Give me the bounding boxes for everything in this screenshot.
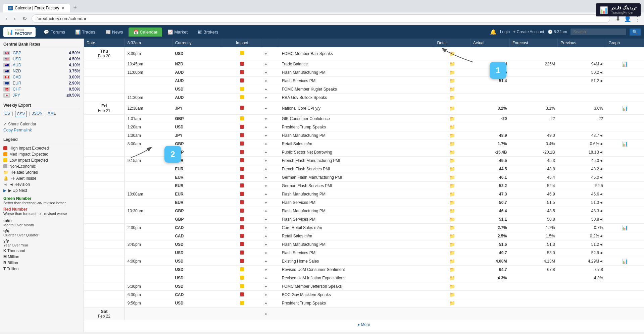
alert-chevron[interactable]: » bbox=[262, 232, 279, 240]
event-cell[interactable]: President Trump Speaks bbox=[279, 299, 434, 308]
folder-icon[interactable]: 📁 bbox=[449, 87, 455, 92]
alert-chevron[interactable]: » bbox=[262, 199, 279, 207]
alert-chevron[interactable]: » bbox=[262, 85, 279, 94]
event-cell[interactable]: BOC Gov Macklem Speaks bbox=[279, 291, 434, 299]
currency-link-jpy[interactable]: JPY bbox=[13, 93, 20, 98]
folder-icon[interactable]: 📁 bbox=[449, 300, 455, 306]
event-cell[interactable]: Flash Manufacturing PMI bbox=[279, 207, 434, 215]
event-cell[interactable]: Retail Sales m/m bbox=[279, 140, 434, 148]
currency-link-aud[interactable]: AUD bbox=[13, 63, 21, 67]
folder-icon[interactable]: 📁 bbox=[449, 51, 455, 56]
graph-icon[interactable]: 📊 bbox=[622, 106, 628, 111]
folder-icon[interactable]: 📁 bbox=[449, 191, 455, 197]
event-cell[interactable]: German Flash Services PMI bbox=[279, 182, 434, 190]
event-cell[interactable]: German Flash Manufacturing PMI bbox=[279, 173, 434, 182]
currency-link-eur[interactable]: EUR bbox=[13, 81, 21, 86]
event-cell[interactable]: Revised UoM Inflation Expectations bbox=[279, 274, 434, 282]
event-cell[interactable]: Flash Manufacturing PMI bbox=[279, 240, 434, 249]
event-cell[interactable]: Flash Services PMI bbox=[279, 199, 434, 207]
nav-trades[interactable]: 📊 Trades bbox=[70, 27, 100, 37]
search-button[interactable]: 🔍 bbox=[630, 29, 641, 36]
folder-icon[interactable]: 📁 bbox=[449, 275, 455, 281]
alert-chevron[interactable]: » bbox=[262, 274, 279, 282]
folder-icon[interactable]: 📁 bbox=[449, 242, 455, 247]
folder-icon[interactable]: 📁 bbox=[449, 225, 455, 230]
graph-icon[interactable]: 📊 bbox=[622, 61, 628, 67]
alert-chevron[interactable]: » bbox=[262, 299, 279, 308]
more-link[interactable]: ♦ More bbox=[84, 320, 644, 329]
new-tab-button[interactable]: + bbox=[71, 3, 80, 12]
alert-chevron[interactable]: » bbox=[262, 173, 279, 182]
copy-permalink[interactable]: Copy Permalink bbox=[3, 128, 32, 132]
export-json[interactable]: JSON bbox=[32, 111, 43, 117]
currency-link-cad[interactable]: CAD bbox=[13, 75, 21, 79]
event-cell[interactable]: Trade Balance bbox=[279, 60, 434, 68]
active-tab[interactable]: FF Calendar | Forex Factory ✕ bbox=[3, 4, 70, 12]
folder-icon[interactable]: 📁 bbox=[449, 70, 455, 75]
alert-chevron[interactable]: » bbox=[262, 215, 279, 224]
folder-icon[interactable]: 📁 bbox=[449, 124, 455, 130]
alert-chevron[interactable]: » bbox=[262, 240, 279, 249]
event-cell[interactable]: Flash Services PMI bbox=[279, 249, 434, 257]
event-cell[interactable]: FOMC Member Jefferson Speaks bbox=[279, 282, 434, 291]
alert-chevron[interactable]: » bbox=[262, 207, 279, 215]
notification-bell-icon[interactable]: 🔔 bbox=[490, 29, 497, 35]
alert-chevron[interactable]: » bbox=[262, 157, 279, 165]
currency-link-gbp[interactable]: GBP bbox=[13, 51, 21, 55]
alert-chevron[interactable]: » bbox=[262, 47, 279, 60]
folder-icon[interactable]: 📁 bbox=[449, 292, 455, 297]
nav-market[interactable]: 📈 Market bbox=[163, 27, 192, 37]
alert-chevron[interactable]: » bbox=[262, 60, 279, 68]
event-cell[interactable]: Flash Manufacturing PMI bbox=[279, 68, 434, 77]
alert-chevron[interactable]: » bbox=[262, 140, 279, 148]
alert-chevron[interactable]: » bbox=[262, 224, 279, 232]
folder-icon[interactable]: 📁 bbox=[449, 284, 455, 289]
alert-chevron[interactable]: » bbox=[262, 308, 279, 320]
graph-icon[interactable]: 📊 bbox=[622, 225, 628, 230]
event-cell[interactable]: Revised UoM Consumer Sentiment bbox=[279, 266, 434, 274]
folder-icon[interactable]: 📁 bbox=[449, 95, 455, 100]
currency-link-chf[interactable]: CHF bbox=[13, 87, 21, 92]
event-cell[interactable]: GfK Consumer Confidence bbox=[279, 115, 434, 123]
folder-icon[interactable]: 📁 bbox=[449, 116, 455, 121]
alert-chevron[interactable]: » bbox=[262, 257, 279, 266]
event-cell[interactable]: Flash Manufacturing PMI bbox=[279, 131, 434, 140]
export-csv[interactable]: CSV bbox=[15, 111, 27, 117]
event-cell[interactable]: French Flash Manufacturing PMI bbox=[279, 157, 434, 165]
event-cell[interactable]: President Trump Speaks bbox=[279, 123, 434, 131]
folder-icon[interactable]: 📁 bbox=[449, 233, 455, 239]
graph-icon[interactable]: 📊 bbox=[622, 141, 628, 147]
event-cell[interactable]: Retail Sales m/m bbox=[279, 232, 434, 240]
folder-icon[interactable]: 📁 bbox=[449, 150, 455, 155]
folder-icon[interactable]: 📁 bbox=[449, 200, 455, 205]
export-ics[interactable]: ICS bbox=[3, 111, 10, 117]
event-cell[interactable]: FOMC Member Kugler Speaks bbox=[279, 85, 434, 94]
nav-brokers[interactable]: 🏛 Brokers bbox=[193, 27, 223, 37]
alert-chevron[interactable]: » bbox=[262, 131, 279, 140]
folder-icon[interactable]: 📁 bbox=[449, 267, 455, 272]
graph-icon[interactable]: 📊 bbox=[622, 259, 628, 264]
event-cell[interactable]: Flash Services PMI bbox=[279, 215, 434, 224]
alert-chevron[interactable]: » bbox=[262, 190, 279, 199]
event-cell[interactable]: Existing Home Sales bbox=[279, 257, 434, 266]
currency-link-nzd[interactable]: NZD bbox=[13, 69, 21, 73]
folder-icon[interactable]: 📁 bbox=[449, 106, 455, 111]
alert-chevron[interactable]: » bbox=[262, 77, 279, 85]
folder-icon[interactable]: 📁 bbox=[449, 259, 455, 264]
event-cell[interactable]: RBA Gov Bullock Speaks bbox=[279, 94, 434, 102]
folder-icon[interactable]: 📁 bbox=[449, 250, 455, 256]
reload-button[interactable]: ↻ bbox=[20, 15, 29, 22]
event-cell[interactable]: National Core CPI y/y bbox=[279, 102, 434, 115]
forward-button[interactable]: › bbox=[12, 15, 17, 22]
folder-icon[interactable]: 📁 bbox=[449, 141, 455, 147]
event-cell[interactable]: Public Sector Net Borrowing bbox=[279, 148, 434, 157]
back-button[interactable]: ‹ bbox=[3, 15, 9, 22]
nav-forums[interactable]: 💬 Forums bbox=[39, 27, 70, 37]
folder-icon[interactable]: 📁 bbox=[449, 133, 455, 138]
event-cell[interactable]: Flash Manufacturing PMI bbox=[279, 190, 434, 199]
folder-icon[interactable]: 📁 bbox=[449, 208, 455, 214]
alert-chevron[interactable]: » bbox=[262, 123, 279, 131]
folder-icon[interactable]: 📁 bbox=[449, 78, 455, 84]
alert-chevron[interactable]: » bbox=[262, 68, 279, 77]
alert-chevron[interactable]: » bbox=[262, 165, 279, 173]
